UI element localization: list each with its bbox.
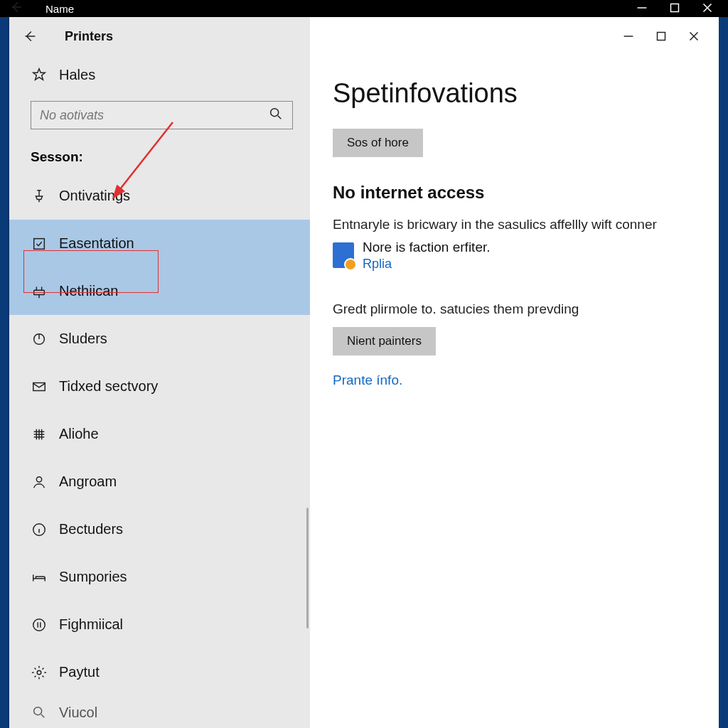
search-icon[interactable] bbox=[268, 106, 284, 125]
main-content: Spetinfovations Sos of hore No internet … bbox=[310, 17, 719, 728]
maximize-button[interactable] bbox=[645, 22, 678, 50]
minimize-icon bbox=[634, 0, 650, 16]
sidebar: Printers Hales Sesson: Ontivatings bbox=[9, 17, 310, 728]
nav-item-easentation[interactable]: Easentation bbox=[9, 220, 310, 267]
sos-button[interactable]: Sos of hore bbox=[333, 129, 423, 157]
nav-item-fighmiical[interactable]: Fighmiical bbox=[9, 601, 310, 648]
maximize-icon bbox=[653, 28, 669, 44]
outer-window-title: Name bbox=[46, 3, 74, 15]
nav-item-bectuders[interactable]: Bectuders bbox=[9, 505, 310, 553]
scrollbar[interactable] bbox=[306, 508, 309, 628]
prante-info-link[interactable]: Prante ínfo. bbox=[333, 373, 402, 388]
svg-rect-0 bbox=[671, 4, 679, 11]
close-button[interactable] bbox=[678, 22, 710, 50]
nav-label: Easentation bbox=[59, 235, 134, 252]
desktop-edge bbox=[719, 17, 728, 728]
svg-point-1 bbox=[271, 108, 279, 116]
nav-label: Sluders bbox=[59, 331, 107, 347]
minimize-icon bbox=[621, 28, 636, 44]
outer-maximize-button[interactable] bbox=[658, 0, 691, 18]
outer-minimize-button[interactable] bbox=[626, 0, 658, 18]
nav-label: Fighmiical bbox=[59, 616, 123, 633]
person-icon bbox=[31, 473, 48, 491]
nav-label: Ontivatings bbox=[59, 188, 130, 204]
bed-icon bbox=[31, 569, 48, 586]
pin-icon bbox=[31, 188, 48, 205]
nav-label: Bectuders bbox=[59, 521, 123, 537]
power-icon bbox=[31, 331, 48, 348]
page-title: Spetinfovations bbox=[333, 78, 696, 109]
nav-item-angroam[interactable]: Angroam bbox=[9, 458, 310, 505]
nav-item-sumpories[interactable]: Sumpories bbox=[9, 553, 310, 601]
svg-point-8 bbox=[33, 619, 46, 631]
sidebar-title: Printers bbox=[65, 29, 113, 44]
window-controls bbox=[333, 17, 710, 55]
back-button[interactable] bbox=[15, 21, 45, 51]
nav-label: Paytut bbox=[59, 664, 100, 680]
outer-titlebar: Name bbox=[0, 0, 728, 17]
device-link[interactable]: Rplia bbox=[363, 257, 491, 272]
router-icon bbox=[31, 283, 48, 300]
status-description: Entnaryle is bricwary in the sasulics af… bbox=[333, 217, 696, 232]
search-input[interactable] bbox=[40, 108, 268, 123]
body-line-2: Gredt plirmole to. satucies them prevdin… bbox=[333, 301, 696, 317]
search-box[interactable] bbox=[31, 101, 293, 129]
nav-item-sluders[interactable]: Sluders bbox=[9, 315, 310, 363]
home-label: Hales bbox=[59, 67, 95, 83]
nav-item-paytut[interactable]: Paytut bbox=[9, 648, 310, 696]
outer-back-button[interactable] bbox=[4, 0, 28, 18]
home-star-icon bbox=[31, 66, 48, 83]
svg-rect-12 bbox=[658, 33, 665, 41]
close-icon bbox=[686, 28, 702, 44]
nav-item-nethiican[interactable]: Nethiican bbox=[9, 267, 310, 315]
minimize-button[interactable] bbox=[612, 22, 645, 50]
checkbox-icon bbox=[31, 235, 48, 252]
device-line1: Nore is faction erfiter. bbox=[363, 240, 491, 255]
section-label: Sesson: bbox=[9, 132, 310, 172]
sidebar-header: Printers bbox=[9, 17, 310, 55]
svg-point-9 bbox=[37, 670, 41, 675]
close-icon bbox=[700, 0, 715, 16]
nient-painters-button[interactable]: Nient painters bbox=[333, 327, 436, 355]
nav-item-tidxed[interactable]: Tidxed sectvory bbox=[9, 363, 310, 410]
arrow-left-icon bbox=[22, 28, 38, 44]
nav-label: Viucol bbox=[59, 705, 97, 721]
svg-rect-3 bbox=[34, 290, 45, 294]
settings-window: Printers Hales Sesson: Ontivatings bbox=[9, 17, 719, 728]
device-row: Nore is faction erfiter. Rplia bbox=[333, 240, 696, 272]
svg-rect-2 bbox=[34, 238, 45, 249]
device-icon bbox=[333, 242, 354, 268]
gear-icon bbox=[31, 664, 48, 681]
nav-list: Ontivatings Easentation Nethiican Sluder… bbox=[9, 172, 310, 728]
home-row[interactable]: Hales bbox=[9, 55, 310, 94]
nav-label: Nethiican bbox=[59, 283, 118, 299]
mail-icon bbox=[31, 378, 48, 395]
svg-point-10 bbox=[34, 707, 42, 715]
status-heading: No internet access bbox=[333, 183, 696, 203]
nav-label: Angroam bbox=[59, 473, 117, 490]
svg-point-6 bbox=[36, 476, 41, 481]
nav-label: Aliohe bbox=[59, 426, 99, 442]
nav-label: Sumpories bbox=[59, 569, 127, 585]
svg-rect-5 bbox=[33, 382, 46, 390]
outer-close-button[interactable] bbox=[691, 0, 724, 18]
search-small-icon bbox=[31, 704, 48, 721]
grid-icon bbox=[31, 426, 48, 443]
maximize-icon bbox=[667, 0, 682, 16]
nav-label: Tidxed sectvory bbox=[59, 378, 158, 395]
nav-item-ontivatings[interactable]: Ontivatings bbox=[9, 172, 310, 220]
arrow-left-icon bbox=[9, 0, 24, 15]
nav-item-viucol[interactable]: Viucol bbox=[9, 696, 310, 728]
info-icon bbox=[31, 521, 48, 538]
nav-item-aliohe[interactable]: Aliohe bbox=[9, 410, 310, 458]
pause-circle-icon bbox=[31, 616, 48, 633]
